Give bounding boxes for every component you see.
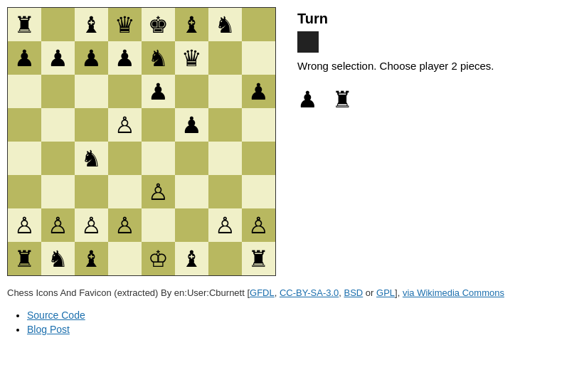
board-cell[interactable]: ♟ bbox=[8, 41, 41, 75]
board-cell[interactable]: ♟ bbox=[108, 41, 142, 75]
board-cell[interactable] bbox=[8, 175, 41, 208]
board-cell[interactable] bbox=[175, 142, 208, 175]
board-cell[interactable]: ♞ bbox=[208, 8, 242, 41]
footer: Chess Icons And Favicon (extracted) By e… bbox=[7, 287, 577, 298]
captured-pieces: ♟♜ bbox=[297, 86, 494, 113]
board-cell[interactable]: ♙ bbox=[41, 208, 75, 242]
board-cell[interactable] bbox=[208, 242, 242, 275]
board-cell[interactable] bbox=[8, 75, 41, 108]
board-cell[interactable] bbox=[242, 108, 275, 142]
gpl-link[interactable]: GPL bbox=[376, 287, 395, 298]
board-cell[interactable]: ♔ bbox=[142, 242, 175, 275]
board-cell[interactable]: ♛ bbox=[175, 41, 208, 75]
board-cell[interactable]: ♝ bbox=[75, 8, 108, 41]
board-cell[interactable] bbox=[242, 41, 275, 75]
captured-piece: ♟ bbox=[297, 86, 318, 113]
board-cell[interactable] bbox=[208, 108, 242, 142]
board-cell[interactable] bbox=[8, 108, 41, 142]
board-cell[interactable] bbox=[208, 41, 242, 75]
board-cell[interactable]: ♞ bbox=[75, 142, 108, 175]
board-cell[interactable] bbox=[41, 8, 75, 41]
board-cell[interactable] bbox=[242, 175, 275, 208]
cc-link[interactable]: CC-BY-SA-3.0 bbox=[280, 287, 339, 298]
links-list: Source CodeBlog Post bbox=[7, 309, 577, 335]
board-cell[interactable] bbox=[175, 175, 208, 208]
board-cell[interactable] bbox=[75, 175, 108, 208]
main-container: ♜♝♛♚♝♞♟♟♟♟♞♛♟♟♙♟♞♙♙♙♙♙♙♙♜♞♝♔♝♜ Turn Wron… bbox=[7, 7, 577, 276]
board-cell[interactable]: ♜ bbox=[8, 242, 41, 275]
board-cell[interactable]: ♟ bbox=[242, 75, 275, 108]
board-cell[interactable] bbox=[142, 208, 175, 242]
right-panel: Turn Wrong selection. Choose player 2 pi… bbox=[290, 7, 501, 117]
list-item: Source Code bbox=[27, 309, 577, 321]
board-cell[interactable] bbox=[142, 142, 175, 175]
board-cell[interactable] bbox=[108, 175, 142, 208]
board-cell[interactable] bbox=[208, 75, 242, 108]
footer-link[interactable]: Source Code bbox=[27, 309, 85, 321]
turn-label: Turn bbox=[297, 11, 494, 27]
board-cell[interactable]: ♚ bbox=[142, 8, 175, 41]
board-cell[interactable] bbox=[75, 108, 108, 142]
bsd-link[interactable]: BSD bbox=[344, 287, 363, 298]
board-cell[interactable] bbox=[175, 75, 208, 108]
board-cell[interactable]: ♙ bbox=[242, 208, 275, 242]
turn-square bbox=[297, 31, 319, 53]
board-cell[interactable]: ♝ bbox=[75, 242, 108, 275]
board-cell[interactable]: ♙ bbox=[75, 208, 108, 242]
board-cell[interactable]: ♙ bbox=[142, 175, 175, 208]
board-cell[interactable] bbox=[41, 175, 75, 208]
board-cell[interactable]: ♙ bbox=[108, 108, 142, 142]
board-cell[interactable] bbox=[75, 75, 108, 108]
captured-piece: ♜ bbox=[332, 86, 353, 113]
board-cell[interactable]: ♛ bbox=[108, 8, 142, 41]
chess-board: ♜♝♛♚♝♞♟♟♟♟♞♛♟♟♙♟♞♙♙♙♙♙♙♙♜♞♝♔♝♜ bbox=[7, 7, 276, 276]
board-cell[interactable] bbox=[41, 142, 75, 175]
board-cell[interactable] bbox=[108, 75, 142, 108]
board-cell[interactable]: ♞ bbox=[142, 41, 175, 75]
board-cell[interactable]: ♟ bbox=[175, 108, 208, 142]
board-cell[interactable] bbox=[208, 175, 242, 208]
board-cell[interactable] bbox=[108, 242, 142, 275]
footer-link[interactable]: Blog Post bbox=[27, 324, 70, 335]
board-cell[interactable] bbox=[242, 8, 275, 41]
board-cell[interactable]: ♟ bbox=[75, 41, 108, 75]
board-cell[interactable] bbox=[41, 108, 75, 142]
board-cell[interactable] bbox=[8, 142, 41, 175]
board-cell[interactable] bbox=[175, 208, 208, 242]
board-cell[interactable]: ♞ bbox=[41, 242, 75, 275]
board-cell[interactable]: ♝ bbox=[175, 8, 208, 41]
gfdl-link[interactable]: GFDL bbox=[250, 287, 275, 298]
board-cell[interactable]: ♜ bbox=[8, 8, 41, 41]
board-cell[interactable]: ♙ bbox=[108, 208, 142, 242]
board-cell[interactable] bbox=[41, 75, 75, 108]
list-item: Blog Post bbox=[27, 324, 577, 335]
board-cell[interactable]: ♙ bbox=[8, 208, 41, 242]
board-cell[interactable] bbox=[208, 142, 242, 175]
message: Wrong selection. Choose player 2 pieces. bbox=[297, 60, 494, 72]
board-cell[interactable] bbox=[242, 142, 275, 175]
board-cell[interactable]: ♝ bbox=[175, 242, 208, 275]
board-cell[interactable] bbox=[142, 108, 175, 142]
board-cell[interactable]: ♟ bbox=[41, 41, 75, 75]
board-cell[interactable]: ♙ bbox=[208, 208, 242, 242]
board-cell[interactable] bbox=[108, 142, 142, 175]
footer-text: Chess Icons And Favicon (extracted) By e… bbox=[7, 287, 250, 298]
board-cell[interactable]: ♟ bbox=[142, 75, 175, 108]
wikimedia-link[interactable]: via Wikimedia Commons bbox=[403, 287, 504, 298]
board-cell[interactable]: ♜ bbox=[242, 242, 275, 275]
